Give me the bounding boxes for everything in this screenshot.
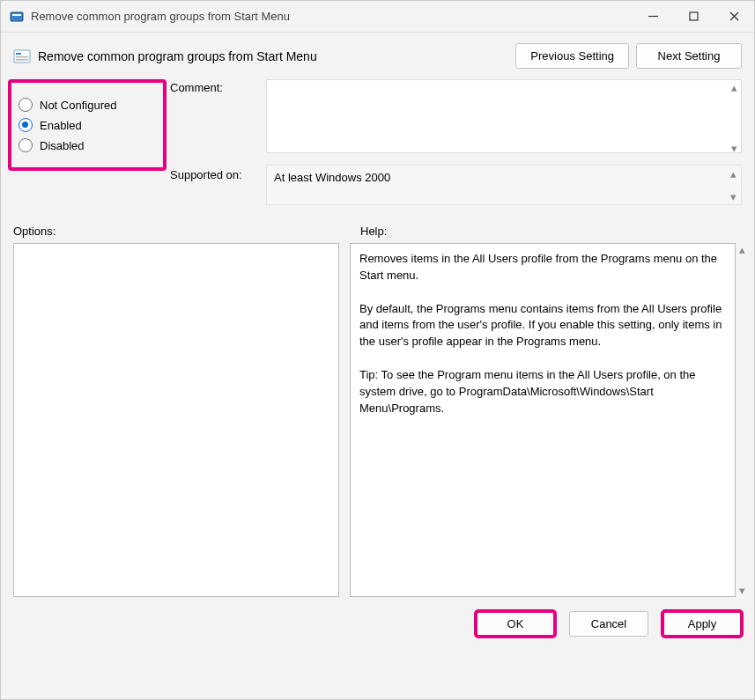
scroll-down-icon[interactable]: ▾ — [739, 584, 745, 597]
app-icon — [10, 10, 24, 24]
scroll-down-icon[interactable]: ▾ — [728, 142, 740, 154]
help-label: Help: — [360, 225, 742, 238]
svg-rect-7 — [16, 53, 21, 55]
supported-label: Supported on: — [170, 156, 263, 181]
state-radio-group: Not Configured Enabled Disabled — [8, 79, 167, 171]
next-setting-button[interactable]: Next Setting — [636, 43, 742, 69]
scroll-up-icon[interactable]: ▴ — [739, 243, 745, 256]
radio-label: Enabled — [40, 119, 82, 132]
radio-enabled[interactable] — [19, 118, 33, 132]
ok-button[interactable]: OK — [476, 611, 555, 637]
scroll-down-icon[interactable]: ▾ — [727, 190, 739, 203]
help-pane[interactable]: Removes items in the All Users profile f… — [350, 243, 736, 597]
close-button[interactable] — [714, 1, 754, 32]
help-paragraph: Tip: To see the Program menu items in th… — [359, 367, 726, 417]
policy-icon — [13, 48, 31, 65]
options-pane[interactable] — [13, 243, 339, 597]
previous-setting-button[interactable]: Previous Setting — [515, 43, 629, 69]
help-scrollbar[interactable]: ▴ ▾ — [736, 243, 748, 597]
svg-rect-8 — [16, 56, 28, 58]
header-row: Remove common program groups from Start … — [1, 33, 754, 74]
radio-label: Not Configured — [40, 99, 116, 112]
supported-field: At least Windows 2000 ▴ ▾ — [266, 165, 742, 205]
help-paragraph: Removes items in the All Users profile f… — [359, 251, 726, 284]
apply-button[interactable]: Apply — [662, 611, 742, 637]
svg-rect-9 — [16, 59, 28, 61]
state-disabled[interactable]: Disabled — [19, 138, 156, 152]
policy-title: Remove common program groups from Start … — [38, 49, 508, 63]
help-paragraph: By default, the Programs menu contains i… — [359, 301, 726, 351]
svg-rect-3 — [690, 12, 698, 20]
window-controls — [633, 1, 754, 32]
svg-rect-0 — [11, 12, 23, 21]
options-label: Options: — [13, 225, 360, 238]
pane-labels: Options: Help: — [1, 205, 754, 243]
svg-rect-1 — [12, 14, 21, 16]
dialog-footer: OK Cancel Apply — [1, 597, 754, 637]
supported-value: At least Windows 2000 — [274, 171, 390, 184]
state-not-configured[interactable]: Not Configured — [19, 98, 156, 112]
radio-disabled[interactable] — [19, 138, 33, 152]
minimize-button[interactable] — [633, 1, 673, 32]
title-bar: Remove common program groups from Start … — [1, 1, 754, 33]
scroll-up-icon[interactable]: ▴ — [728, 81, 740, 93]
top-section: Not Configured Enabled Disabled Comment:… — [1, 74, 754, 205]
help-wrap: Removes items in the All Users profile f… — [350, 243, 736, 597]
panes: Removes items in the All Users profile f… — [1, 243, 754, 597]
cancel-button[interactable]: Cancel — [569, 611, 648, 637]
radio-label: Disabled — [40, 139, 85, 152]
comment-label: Comment: — [170, 79, 263, 94]
radio-not-configured[interactable] — [19, 98, 33, 112]
maximize-button[interactable] — [673, 1, 714, 32]
scroll-up-icon[interactable]: ▴ — [727, 167, 739, 180]
state-enabled[interactable]: Enabled — [19, 118, 156, 132]
comment-field[interactable] — [266, 79, 742, 153]
window-title: Remove common program groups from Start … — [31, 10, 633, 23]
